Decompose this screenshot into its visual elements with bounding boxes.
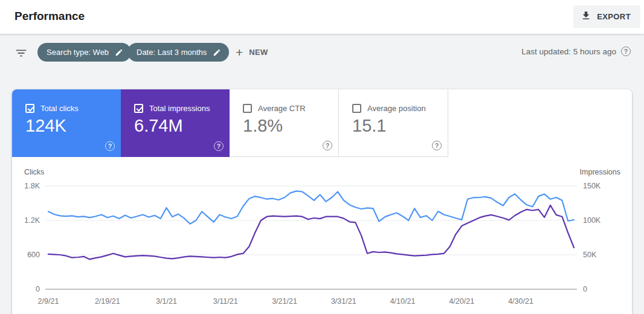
left-axis-tick: 1.2K (24, 216, 40, 225)
search-type-chip-label: Search type: Web (47, 48, 109, 57)
new-filter-label: NEW (249, 48, 268, 57)
x-axis-label: 4/20/21 (449, 297, 474, 306)
total-clicks-checkbox[interactable] (25, 104, 34, 113)
help-icon[interactable]: ? (432, 141, 442, 150)
export-button[interactable]: EXPORT (573, 5, 640, 28)
export-button-label: EXPORT (597, 12, 631, 21)
average-ctr-label: Average CTR (258, 104, 306, 113)
filter-bar: Search type: Web Date: Last 3 months + N… (0, 34, 644, 77)
right-axis-tick: 50K (583, 251, 597, 259)
performance-panel: Total clicks 124K ? Total impressions 6.… (12, 89, 632, 314)
plus-icon: + (236, 46, 243, 59)
x-axis-label: 3/31/21 (331, 297, 356, 306)
average-ctr-card[interactable]: Average CTR 1.8% ? (230, 89, 339, 157)
total-impressions-card[interactable]: Total impressions 6.74M ? (121, 89, 230, 157)
performance-chart: 1.8K150K1.2K100K60050K002/9/212/19/213/1… (12, 157, 632, 314)
x-axis-label: 3/1/21 (156, 297, 177, 306)
edit-pencil-icon (115, 48, 123, 57)
average-position-card[interactable]: Average position 15.1 ? (339, 89, 448, 157)
page-title: Performance (14, 10, 85, 23)
filter-list-icon[interactable] (14, 46, 28, 60)
left-axis-tick: 0 (36, 285, 40, 293)
last-updated-text: Last updated: 5 hours ago (521, 47, 616, 56)
average-ctr-checkbox[interactable] (243, 104, 252, 113)
empty-metric-slot (448, 89, 632, 157)
date-range-chip-label: Date: Last 3 months (137, 48, 207, 57)
new-filter-button[interactable]: + NEW (236, 43, 268, 62)
total-impressions-value: 6.74M (134, 116, 183, 136)
x-axis-label: 2/19/21 (95, 297, 120, 306)
left-axis-tick: 1.8K (24, 182, 40, 190)
average-position-value: 15.1 (352, 116, 386, 136)
x-axis-label: 4/10/21 (390, 297, 416, 306)
average-ctr-value: 1.8% (243, 116, 283, 136)
x-axis-label: 3/21/21 (272, 297, 297, 306)
total-clicks-card[interactable]: Total clicks 124K ? (12, 89, 121, 157)
right-axis-tick: 100K (583, 216, 601, 225)
download-icon (581, 10, 591, 23)
x-axis-label: 4/30/21 (508, 297, 533, 306)
average-position-checkbox[interactable] (352, 104, 361, 113)
impressions-line (48, 205, 574, 260)
total-clicks-value: 124K (25, 116, 66, 136)
help-icon[interactable]: ? (214, 141, 224, 151)
average-position-label: Average position (367, 104, 426, 113)
edit-pencil-icon (213, 48, 221, 57)
right-axis-tick: 150K (583, 182, 601, 190)
help-icon[interactable]: ? (621, 46, 631, 56)
total-clicks-label: Total clicks (40, 104, 79, 113)
date-range-chip[interactable]: Date: Last 3 months (127, 43, 229, 62)
x-axis-label: 2/9/21 (38, 297, 59, 306)
total-impressions-checkbox[interactable] (134, 104, 143, 113)
left-axis-tick: 600 (27, 251, 40, 259)
help-icon[interactable]: ? (105, 141, 115, 151)
right-axis-tick: 0 (583, 285, 587, 293)
metric-cards-row: Total clicks 124K ? Total impressions 6.… (12, 89, 632, 157)
help-icon[interactable]: ? (323, 141, 332, 150)
top-header: Performance EXPORT (0, 0, 644, 34)
x-axis-label: 3/11/21 (213, 297, 238, 306)
total-impressions-label: Total impressions (149, 104, 210, 113)
search-type-chip[interactable]: Search type: Web (37, 43, 131, 62)
